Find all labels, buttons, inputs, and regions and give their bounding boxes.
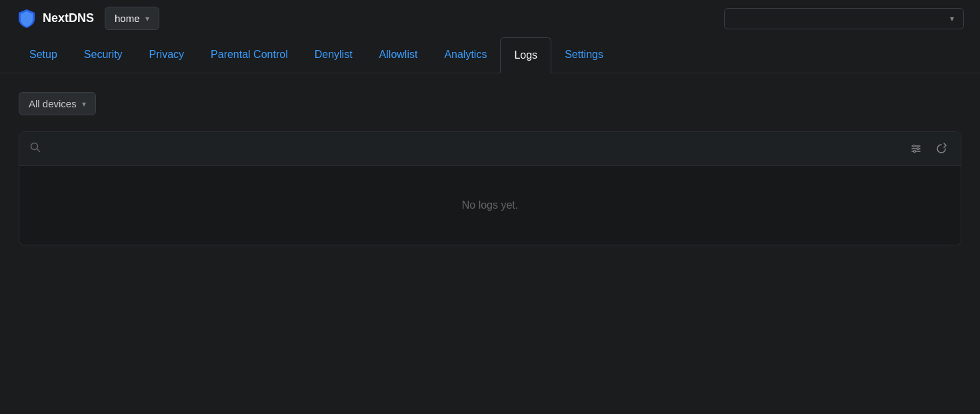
profile-dropdown[interactable]: home ▾ (105, 7, 159, 30)
profile-label: home (115, 13, 140, 24)
svg-line-1 (37, 149, 40, 152)
nav-item-denylist[interactable]: Denylist (301, 37, 366, 73)
svg-point-7 (914, 151, 916, 153)
logo-text: NextDNS (43, 11, 94, 25)
nav-item-parental-control[interactable]: Parental Control (197, 37, 301, 73)
nav-item-analytics[interactable]: Analytics (431, 37, 500, 73)
main-nav: Setup Security Privacy Parental Control … (0, 37, 980, 73)
nav-item-settings[interactable]: Settings (551, 37, 617, 73)
nav-item-allowlist[interactable]: Allowlist (366, 37, 431, 73)
svg-point-6 (917, 148, 919, 150)
logs-empty-message: No logs yet. (19, 166, 961, 245)
nav-item-setup[interactable]: Setup (16, 37, 71, 73)
account-dropdown[interactable]: ▾ (724, 8, 964, 29)
profile-chevron-icon: ▾ (145, 14, 149, 23)
logs-container: No logs yet. (19, 131, 961, 245)
logs-search-bar (19, 132, 961, 166)
nav-item-logs[interactable]: Logs (500, 37, 551, 73)
logo-shield-icon (16, 8, 37, 29)
devices-dropdown[interactable]: All devices ▾ (19, 92, 96, 115)
main-content: All devices ▾ (0, 73, 980, 264)
devices-chevron-icon: ▾ (82, 99, 86, 109)
search-input[interactable] (49, 141, 899, 157)
nav-item-privacy[interactable]: Privacy (136, 37, 197, 73)
filter-button[interactable] (907, 140, 925, 157)
devices-label: All devices (29, 98, 77, 109)
logo-area: NextDNS (16, 8, 94, 29)
svg-point-5 (913, 145, 915, 147)
search-icon (30, 142, 41, 155)
header: NextDNS home ▾ ▾ (0, 0, 980, 37)
account-chevron-icon: ▾ (950, 14, 954, 23)
nav-item-security[interactable]: Security (71, 37, 136, 73)
refresh-button[interactable] (933, 140, 950, 157)
